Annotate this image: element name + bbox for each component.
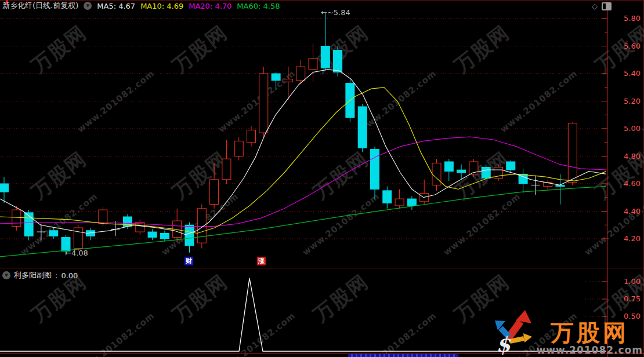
ma5-value-label: MA5: 4.67 bbox=[97, 2, 135, 10]
candle-body bbox=[247, 130, 256, 142]
price-label: 5.80 bbox=[610, 14, 641, 23]
candle-body bbox=[506, 162, 515, 170]
ma10-value-label: MA10: 4.69 bbox=[140, 2, 183, 10]
logo-url-text: www.201082.com bbox=[537, 345, 643, 355]
candle-body bbox=[197, 209, 206, 243]
price-label: 4.60 bbox=[610, 179, 641, 188]
candle-body bbox=[395, 199, 404, 206]
candle-body bbox=[296, 67, 305, 81]
ma20-value-label: MA20: 4.70 bbox=[189, 2, 231, 10]
candle-body bbox=[234, 141, 243, 156]
candle-body bbox=[457, 170, 466, 173]
candle-body bbox=[49, 231, 58, 236]
candle-body bbox=[259, 74, 268, 133]
wangguwang-logo: $ 万股网 www.201082.com bbox=[490, 304, 643, 355]
ma60-value-label: MA60: 4.58 bbox=[237, 2, 280, 10]
event-marker-1[interactable]: 财 bbox=[184, 257, 193, 265]
candle-body bbox=[99, 210, 107, 224]
event-marker-2[interactable]: 涨 bbox=[257, 257, 266, 265]
chevron-down-circle-icon[interactable]: ▾ bbox=[84, 2, 92, 10]
chart-canvas[interactable] bbox=[0, 0, 644, 357]
price-label: 5.20 bbox=[610, 97, 641, 105]
low-annotation: ←4.08 bbox=[65, 249, 88, 257]
price-label: 4.20 bbox=[610, 234, 641, 243]
candle-body bbox=[210, 180, 219, 205]
high-annotation: ←~5.84 bbox=[321, 8, 350, 17]
candle-body bbox=[432, 163, 441, 185]
candle-body bbox=[371, 150, 379, 190]
price-label: 5.00 bbox=[610, 124, 641, 133]
stock-chart-window: 万股网万股网万股网万股网万股网www.201082.comwww.201082.… bbox=[0, 0, 644, 357]
panel-toggle-icon[interactable] bbox=[602, 2, 612, 10]
candle-body bbox=[222, 159, 231, 180]
candle-body bbox=[0, 184, 9, 192]
candle-body bbox=[309, 59, 317, 70]
candle-body bbox=[160, 234, 169, 239]
candle-body bbox=[334, 50, 342, 72]
main-chart-header: 新乡化纤(日线.前复权) ▾ MA5: 4.67 MA10: 4.69 MA20… bbox=[2, 1, 280, 10]
price-label: 4.80 bbox=[610, 152, 641, 161]
logo-brand-text: 万股网 bbox=[551, 320, 629, 345]
candle-body bbox=[12, 210, 21, 227]
sub-chart-header: ▾ 利多阳副图 : 0.00 bbox=[2, 270, 78, 280]
candle-body bbox=[568, 123, 577, 183]
indicator-scale-label: 0.75 bbox=[610, 294, 641, 303]
candle-body bbox=[24, 213, 33, 236]
indicator-scale-label: 1.00 bbox=[610, 277, 641, 286]
price-label: 4.40 bbox=[610, 207, 641, 216]
candle-body bbox=[407, 199, 416, 206]
candle-body bbox=[444, 162, 453, 172]
ma-line-ma5 bbox=[0, 70, 606, 235]
corner-icons: ◇ bbox=[592, 2, 612, 10]
candle-body bbox=[358, 107, 367, 148]
status-bar-fragment bbox=[348, 354, 458, 357]
candle-body bbox=[272, 74, 280, 81]
indicator-dropdown-icon[interactable]: ▾ bbox=[2, 271, 10, 279]
candle-body bbox=[185, 225, 194, 246]
price-label: 5.40 bbox=[610, 69, 641, 78]
candle-body bbox=[284, 79, 292, 82]
indicator-separator: : bbox=[55, 271, 57, 280]
svg-text:$: $ bbox=[496, 332, 512, 355]
diamond-icon[interactable]: ◇ bbox=[592, 2, 598, 10]
price-label: 5.60 bbox=[610, 42, 641, 50]
logo-arrows-icon: $ bbox=[490, 304, 536, 355]
candle-body bbox=[482, 167, 490, 178]
ma-line-ma60 bbox=[0, 187, 606, 257]
indicator-value: 0.00 bbox=[61, 271, 78, 280]
candle-body bbox=[321, 46, 330, 68]
candle-body bbox=[148, 232, 157, 238]
candle-body bbox=[383, 191, 392, 203]
indicator-title: 利多阳副图 bbox=[14, 270, 52, 280]
instrument-title: 新乡化纤(日线.前复权) bbox=[2, 1, 78, 11]
